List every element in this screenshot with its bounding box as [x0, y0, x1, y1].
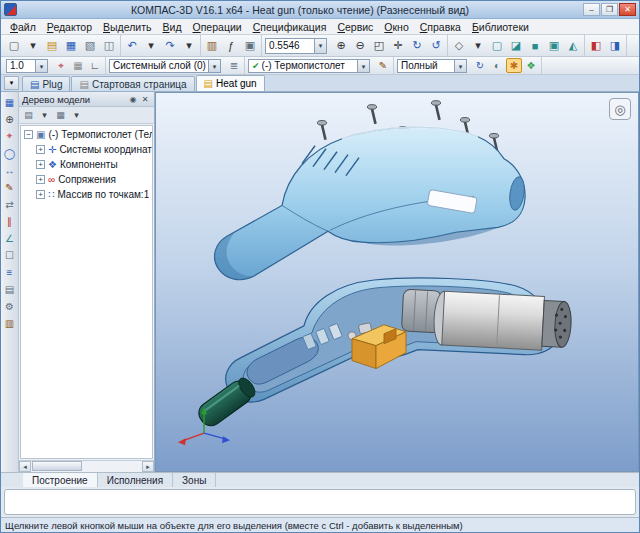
print-button[interactable]: ▧ — [81, 37, 99, 54]
variables-button[interactable]: ƒ — [222, 37, 240, 54]
tab-zones[interactable]: Зоны — [173, 473, 216, 487]
display-dropdown-arrow[interactable]: ▾ — [454, 60, 466, 72]
tree-item-mates[interactable]: +∞Сопряжения — [21, 172, 152, 187]
shaded-button[interactable]: ■ — [526, 37, 544, 54]
tab-plug[interactable]: ▤Plug — [22, 76, 70, 91]
preview-button[interactable]: ◫ — [100, 37, 118, 54]
menu-help[interactable]: Справка — [415, 21, 466, 33]
tree-item-coordinate-systems[interactable]: +✛Системы координат — [21, 142, 152, 157]
panel-parameterization[interactable]: ∥ — [2, 213, 18, 229]
close-panel-button[interactable]: ✕ — [139, 93, 151, 105]
orientation-button[interactable]: ◇ — [450, 37, 468, 54]
undo-button[interactable]: ↶ — [123, 37, 141, 54]
scroll-left-button[interactable]: ◂ — [19, 461, 31, 472]
menu-libraries[interactable]: Библиотеки — [467, 21, 534, 33]
save-button[interactable]: ▦ — [62, 37, 80, 54]
menu-editor[interactable]: Редактор — [42, 21, 97, 33]
zoom-combo[interactable]: 0.5546 ▾ — [265, 38, 327, 54]
orientation-arrow[interactable]: ▾ — [469, 37, 487, 54]
panel-construction[interactable]: ⚙ — [2, 298, 18, 314]
undo-arrow[interactable]: ▾ — [142, 37, 160, 54]
layer-combo[interactable]: Системный слой (0) ▾ — [109, 59, 221, 73]
tab-list-button[interactable]: ▾ — [4, 76, 19, 90]
cursor-step-combo[interactable]: 1.0 ▾ — [6, 59, 48, 73]
pin-panel-button[interactable]: ◉ — [127, 93, 139, 105]
hidden-lines-button[interactable]: ◪ — [507, 37, 525, 54]
menu-view[interactable]: Вид — [158, 21, 187, 33]
panel-dimensions[interactable]: ↔ — [2, 162, 18, 178]
scroll-right-button[interactable]: ▸ — [142, 461, 154, 472]
tree-view-mode-button[interactable]: ▤ — [21, 108, 36, 122]
layers-button[interactable]: ≣ — [226, 58, 242, 73]
panel-editing[interactable]: ⇄ — [2, 196, 18, 212]
menu-select[interactable]: Выделить — [98, 21, 156, 33]
scrollbar-track[interactable] — [31, 461, 142, 472]
snap-settings-button[interactable]: ⌖ — [53, 58, 69, 73]
tree-item-components[interactable]: +❖Компоненты — [21, 157, 152, 172]
mates-button[interactable]: ❖ — [523, 58, 539, 73]
close-button[interactable]: ✕ — [619, 3, 636, 16]
tree-composition-button[interactable]: ▦ — [53, 108, 68, 122]
pan-button[interactable]: ✛ — [389, 37, 407, 54]
panel-designations[interactable]: ✎ — [2, 179, 18, 195]
panel-view[interactable]: ⊕ — [2, 111, 18, 127]
panel-current-state[interactable]: ⌖ — [2, 128, 18, 144]
menu-window[interactable]: Окно — [379, 21, 413, 33]
menu-file[interactable]: Файл — [5, 21, 41, 33]
panel-libraries[interactable]: ▥ — [2, 315, 18, 331]
tree-horizontal-scrollbar[interactable]: ◂ ▸ — [19, 460, 154, 472]
library-manager-button[interactable]: ▥ — [203, 37, 221, 54]
tree-view-mode-arrow[interactable]: ▾ — [37, 108, 52, 122]
properties-button[interactable]: ▣ — [241, 37, 259, 54]
viewport-canvas[interactable] — [156, 93, 638, 471]
maximize-button[interactable]: ❐ — [601, 3, 618, 16]
menu-specification[interactable]: Спецификация — [248, 21, 332, 33]
zoom-area-button[interactable]: ◰ — [370, 37, 388, 54]
simplified-view-button[interactable]: ◨ — [606, 37, 624, 54]
panel-specification[interactable]: ≡ — [2, 264, 18, 280]
3d-viewport[interactable]: ◎ — [155, 92, 639, 472]
menu-service[interactable]: Сервис — [332, 21, 378, 33]
open-button[interactable]: ▤ — [43, 37, 61, 54]
minimize-button[interactable]: – — [583, 3, 600, 16]
section-view-button[interactable]: ◧ — [587, 37, 605, 54]
wireframe-button[interactable]: ▢ — [488, 37, 506, 54]
redo-button[interactable]: ↷ — [161, 37, 179, 54]
rotate-view-button[interactable]: ↻ — [408, 37, 426, 54]
panel-selection[interactable]: ☐ — [2, 247, 18, 263]
tree-item-point-array[interactable]: +∷Массив по точкам:1 — [21, 187, 152, 202]
expand-icon[interactable]: + — [36, 175, 45, 184]
menu-operations[interactable]: Операции — [188, 21, 247, 33]
tree-composition-arrow[interactable]: ▾ — [69, 108, 84, 122]
redo-arrow[interactable]: ▾ — [180, 37, 198, 54]
scrollbar-thumb[interactable] — [32, 461, 82, 471]
collapse-icon[interactable]: − — [24, 130, 33, 139]
step-dropdown-arrow[interactable]: ▾ — [35, 60, 47, 72]
tab-versions[interactable]: Исполнения — [98, 473, 173, 487]
panel-standard[interactable]: ▦ — [2, 94, 18, 110]
current-part-combo[interactable]: ✔ (-) Термопистолет ▾ — [248, 59, 370, 73]
tree-item-root[interactable]: − ▣ (-) Термопистолет (Тел-0, Сб...) — [21, 127, 152, 142]
hide-components-button[interactable]: ◐ — [489, 58, 505, 73]
expand-icon[interactable]: + — [36, 145, 45, 154]
perspective-button[interactable]: ◭ — [564, 37, 582, 54]
expand-icon[interactable]: + — [36, 190, 45, 199]
new-document-button[interactable]: ▢ — [5, 37, 23, 54]
panel-reports[interactable]: ▤ — [2, 281, 18, 297]
panel-measure[interactable]: ∠ — [2, 230, 18, 246]
tab-start-page[interactable]: ▤Стартовая страница — [71, 76, 194, 91]
layer-dropdown-arrow[interactable]: ▾ — [208, 60, 220, 72]
zoom-out-button[interactable]: ⊖ — [351, 37, 369, 54]
panel-geometry[interactable]: ◯ — [2, 145, 18, 161]
part-dropdown-arrow[interactable]: ▾ — [357, 60, 369, 72]
display-mode-combo[interactable]: Полный ▾ — [397, 59, 467, 73]
new-document-arrow[interactable]: ▾ — [24, 37, 42, 54]
edit-component-button[interactable]: ✎ — [375, 58, 391, 73]
rebuild-button[interactable]: ↻ — [472, 58, 488, 73]
expand-icon[interactable]: + — [36, 160, 45, 169]
ortho-button[interactable]: ∟ — [87, 58, 103, 73]
zoom-dropdown-arrow[interactable]: ▾ — [314, 39, 326, 53]
zoom-in-button[interactable]: ⊕ — [332, 37, 350, 54]
shaded-edges-button[interactable]: ▣ — [545, 37, 563, 54]
orientation-indicator[interactable]: ◎ — [609, 98, 631, 120]
